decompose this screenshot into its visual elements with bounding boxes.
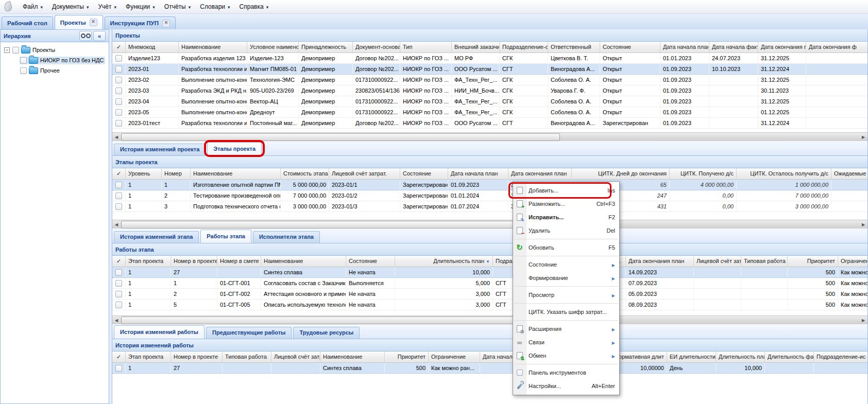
tab-projects[interactable]: Проекты✕ (55, 15, 103, 29)
collapse-panel-button[interactable] (93, 31, 106, 41)
menu-item-citk-cost-code[interactable]: ЦИТК. Указать шифр затрат... (513, 305, 619, 319)
row-checkbox[interactable] (115, 87, 122, 94)
menu-documents[interactable]: Документы (47, 1, 93, 12)
scrollbar-thumb[interactable] (121, 133, 560, 141)
scroll-left-icon[interactable] (112, 220, 121, 229)
table-row[interactable]: 1101-СГТ-001Согласовать состав с Заказчи… (112, 278, 867, 289)
menu-item-view[interactable]: Просмотр (513, 288, 619, 302)
menu-item-refresh[interactable]: Обновить F5 (513, 241, 619, 254)
table-row[interactable]: 11Изготовление опытной партии ПМ0...5 00… (112, 180, 867, 190)
menu-item-duplicate[interactable]: Размножить... Ctrl+F3 (513, 197, 619, 210)
row-checkbox[interactable] (115, 302, 122, 308)
menu-functions[interactable]: Функции (121, 1, 160, 12)
tab-work-history[interactable]: История изменений работы (114, 325, 205, 339)
menu-item-links[interactable]: Связи (513, 336, 619, 349)
tab-labor-resources[interactable]: Трудовые ресурсы (293, 327, 360, 339)
column-header[interactable]: Дата окончания план (626, 256, 694, 267)
column-header[interactable]: Дата начала план. (660, 42, 709, 52)
menu-item-delete[interactable]: Удалить Del (513, 224, 619, 237)
checkbox-icon[interactable] (517, 370, 523, 376)
row-checkbox[interactable] (115, 280, 122, 287)
row-checkbox[interactable] (115, 182, 122, 188)
column-header[interactable]: Условное наименова (247, 42, 299, 52)
select-all-header[interactable]: ✓ (112, 352, 126, 362)
column-header[interactable]: Лицевой счёт затрат. (329, 168, 400, 179)
table-row[interactable]: 12Тестирование произведенной опыт...7 00… (112, 190, 867, 201)
column-header[interactable]: Стоимость этапа (281, 168, 329, 179)
menu-item-settings[interactable]: Настройки... Alt+Enter (513, 379, 619, 393)
column-header[interactable]: Номер в смете (217, 256, 261, 267)
horizontal-scrollbar[interactable] (112, 220, 867, 229)
table-row[interactable]: 2023-05Выполнение опытно-конс...Дредноут… (112, 107, 867, 118)
column-header[interactable]: Ожидаемые (831, 168, 867, 179)
column-header[interactable]: Состояние (600, 42, 660, 52)
column-header[interactable]: Дата начала план (448, 168, 508, 179)
column-header[interactable]: Состояние (400, 168, 448, 179)
table-row[interactable]: 2023-03Разработка ЭКД и РКД н...905-U020… (112, 85, 867, 96)
column-header[interactable]: Дата окончания пл (758, 42, 806, 52)
column-header[interactable]: ЕИ длительности (667, 352, 716, 362)
row-checkbox[interactable] (115, 192, 122, 199)
menu-item-edit[interactable]: Исправить... F2 (513, 210, 619, 224)
column-header[interactable]: Состояние (346, 256, 395, 267)
column-header[interactable]: Приоритет (788, 256, 838, 267)
column-header[interactable]: Номер в проекте (171, 256, 217, 267)
row-checkbox[interactable] (115, 66, 122, 73)
horizontal-scrollbar[interactable] (112, 132, 867, 141)
row-checkbox[interactable] (115, 365, 122, 372)
menu-item-forming[interactable]: Формирование (513, 271, 619, 285)
column-header[interactable]: Тип (400, 42, 452, 52)
tree-node-other[interactable]: Прочее (2, 65, 107, 76)
column-header[interactable]: Дата окончания ф (806, 42, 867, 52)
scroll-left-icon[interactable] (112, 133, 121, 141)
column-header[interactable]: Наименование (261, 256, 346, 267)
table-row[interactable]: Изделие123Разработка изделия 123Изделие-… (112, 53, 867, 64)
row-checkbox[interactable] (115, 269, 122, 276)
column-header[interactable]: Дата начала факт. (709, 42, 758, 52)
close-icon[interactable]: ✕ (162, 20, 170, 27)
tree-expander-icon[interactable] (4, 47, 10, 53)
scrollbar-thumb[interactable] (121, 317, 560, 324)
column-header[interactable]: Ограничение (429, 352, 480, 362)
column-header[interactable]: Ограничение (838, 256, 867, 267)
menu-dictionaries[interactable]: Словари (195, 1, 234, 12)
column-header[interactable]: Номер в проекте (171, 352, 223, 362)
horizontal-scrollbar[interactable] (112, 315, 867, 324)
column-header[interactable]: ЦИТК. Дней до окончания (572, 168, 670, 179)
node-checkbox[interactable] (12, 47, 19, 54)
menu-item-toolbar-toggle[interactable]: Панель инструментов (513, 366, 619, 379)
menu-file[interactable]: Файл (18, 1, 47, 12)
row-checkbox[interactable] (115, 120, 122, 127)
column-header[interactable]: Типовая работа (223, 352, 271, 362)
node-checkbox[interactable] (20, 67, 27, 74)
column-header[interactable]: Этап проекта (126, 256, 171, 267)
column-header[interactable]: Длительность фак (765, 352, 814, 362)
row-checkbox[interactable] (115, 77, 122, 83)
find-button[interactable] (79, 31, 92, 41)
tab-desktop[interactable]: Рабочий стол (2, 16, 53, 29)
column-header[interactable]: Наименование (320, 352, 385, 362)
select-all-header[interactable]: ✓ (112, 256, 126, 267)
column-header[interactable]: Лицевой счёт затр (271, 352, 320, 362)
column-header[interactable]: Приоритет (385, 352, 429, 362)
tree-node-projects[interactable]: Проекты (2, 45, 107, 55)
node-checkbox[interactable] (20, 57, 27, 64)
table-row[interactable]: 13Подготовка технического отчета с ...3 … (112, 201, 867, 212)
column-header[interactable]: Документ-основан (353, 42, 400, 52)
menu-item-exchange[interactable]: Обмен (513, 349, 619, 362)
scroll-left-icon[interactable] (112, 316, 121, 324)
menu-item-state[interactable]: Состояние (513, 258, 619, 271)
tree-node-niokr[interactable]: НИОКР по ГОЗ без НДС (2, 55, 107, 65)
tab-project-stages[interactable]: Этапы проекта (207, 142, 262, 155)
column-header[interactable]: Наименование (191, 168, 281, 179)
column-header[interactable]: ЦИТК. Осталось получить д/с (737, 168, 831, 179)
column-header[interactable]: Дата окончания план (508, 168, 572, 179)
scrollbar-thumb[interactable] (121, 221, 560, 229)
menu-help[interactable]: Справка (235, 1, 274, 12)
column-header[interactable]: Лицевой счёт затр (694, 256, 741, 267)
column-header[interactable]: Ответственный (548, 42, 600, 52)
select-all-header[interactable]: ✓ (112, 42, 126, 52)
column-header[interactable]: Номер (162, 168, 191, 179)
menu-reports[interactable]: Отчёты (160, 1, 195, 12)
tab-preceding-works[interactable]: Предшествующие работы (206, 327, 292, 339)
